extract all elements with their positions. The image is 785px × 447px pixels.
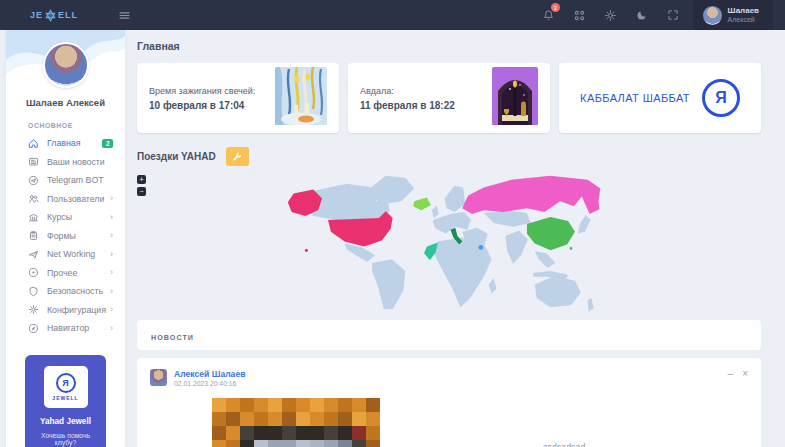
map-australia	[535, 276, 581, 307]
candle-card-label: Время зажигания свечей:	[149, 86, 255, 96]
sidebar-item-glavnaya[interactable]: Главная2	[6, 134, 125, 153]
main-content: Главная Время зажигания свечей: 10 февра…	[137, 30, 761, 447]
sidebar-item-konfiguratsiya[interactable]: Конфигурация›	[6, 301, 125, 320]
sidebar-item-label: Ваши новости	[47, 157, 105, 167]
post-date: 02.01.2023 20:40:16	[174, 380, 245, 388]
map-china[interactable]	[527, 217, 575, 250]
users-icon	[28, 193, 39, 204]
sidebar-item-label: Прочее	[47, 268, 77, 278]
forms-icon	[28, 230, 39, 241]
map-central-asia	[484, 210, 531, 227]
sidebar-item-formy[interactable]: Формы›	[6, 227, 125, 246]
notification-count-badge: 3	[551, 3, 560, 12]
jewell-logo-symbol: Я	[56, 373, 76, 393]
profile-avatar[interactable]	[43, 42, 89, 88]
jewell-logo-text: JEWELL	[52, 395, 78, 401]
misc-icon	[28, 267, 39, 278]
map-mexico	[345, 243, 375, 262]
chevron-right-icon: ›	[110, 194, 113, 203]
sidebar-item-bezopasnost[interactable]: Безопасность›	[6, 282, 125, 301]
home-icon	[28, 138, 39, 149]
sidebar-item-vashi-novosti[interactable]: Ваши новости	[6, 153, 125, 172]
chevron-right-icon: ›	[110, 305, 113, 314]
logo-text-left: JE	[30, 10, 43, 20]
promo-subtitle: Хочешь помочь клубу?	[31, 432, 100, 446]
topbar: JE ELL 3	[0, 0, 785, 30]
trips-edit-button[interactable]	[226, 147, 249, 166]
candle-lighting-image	[275, 67, 327, 129]
chevron-right-icon: ›	[110, 268, 113, 277]
havdalah-card-label: Авдала:	[360, 86, 455, 96]
telegram-icon	[28, 175, 39, 186]
sidebar-item-label: Net Working	[47, 249, 95, 259]
settings-gear-icon[interactable]	[600, 0, 622, 30]
map-iceland[interactable]	[413, 197, 431, 210]
apps-grid-icon[interactable]	[569, 0, 591, 30]
news-section-header: НОВОСТИ	[137, 320, 761, 350]
candle-card-value: 10 февраля в 17:04	[149, 100, 255, 111]
map-madagascar	[489, 278, 497, 294]
app-logo[interactable]: JE ELL	[0, 9, 108, 22]
map-greenland	[372, 176, 414, 204]
map-hawaii[interactable]	[305, 249, 308, 252]
news-section-title: НОВОСТИ	[151, 333, 194, 342]
sidebar-item-badge: 2	[102, 139, 113, 148]
fullscreen-icon[interactable]	[662, 0, 684, 30]
chevron-right-icon: ›	[110, 213, 113, 222]
post-author-avatar	[150, 369, 167, 386]
world-map[interactable]: + −	[137, 169, 761, 316]
user-last-name: Шалаев	[728, 6, 759, 15]
user-menu[interactable]: Шалаев Алексей	[693, 0, 773, 30]
promo-card[interactable]: Я JEWELL Yahad Jewell Хочешь помочь клуб…	[25, 355, 106, 447]
news-post-card: Алексей Шалаев 02.01.2023 20:40:16 – × a…	[137, 358, 761, 447]
notifications-bell-icon[interactable]: 3	[538, 0, 560, 30]
sidebar: Шалаев Алексей ОСНОВНОЕ Главная2Ваши нов…	[6, 30, 125, 447]
sidebar-menu: Главная2Ваши новостиTelegram BOTПользова…	[6, 134, 125, 338]
shield-icon	[28, 286, 39, 297]
sidebar-item-prochee[interactable]: Прочее›	[6, 264, 125, 283]
sidebar-item-label: Telegram BOT	[47, 175, 104, 185]
shabbat-card-title: КАББАЛАТ ШАББАТ	[580, 92, 690, 104]
post-close-icon[interactable]: ×	[742, 369, 748, 379]
news-post-text: asdsadsad	[380, 398, 748, 447]
sidebar-item-label: Формы	[47, 231, 76, 241]
send-icon	[28, 249, 39, 260]
havdalah-image	[492, 67, 538, 129]
sidebar-item-kursy[interactable]: Курсы›	[6, 208, 125, 227]
wrench-icon	[232, 152, 242, 162]
sidebar-item-label: Курсы	[47, 212, 72, 222]
havdalah-card-value: 11 февраля в 18:22	[360, 100, 455, 111]
dark-mode-moon-icon[interactable]	[631, 0, 653, 30]
sidebar-item-label: Навигатор	[47, 323, 89, 333]
sidebar-item-label: Безопасность	[47, 286, 103, 296]
map-india	[505, 231, 528, 264]
post-minimize-icon[interactable]: –	[728, 369, 734, 379]
chevron-right-icon: ›	[110, 231, 113, 240]
sidebar-item-polzovateli[interactable]: Пользователи›	[6, 190, 125, 209]
profile-name: Шалаев Алексей	[6, 97, 125, 108]
user-avatar	[703, 6, 722, 25]
page-title: Главная	[137, 40, 761, 52]
compass-icon	[28, 323, 39, 334]
sidebar-item-telegram-bot[interactable]: Telegram BOT	[6, 171, 125, 190]
map-zoom-in-button[interactable]: +	[137, 175, 146, 184]
map-morocco[interactable]	[424, 243, 438, 261]
menu-toggle-icon[interactable]	[118, 9, 131, 22]
map-new-zealand	[588, 298, 594, 312]
map-gulf-state[interactable]	[478, 245, 483, 250]
post-author-name[interactable]: Алексей Шалаев	[174, 369, 245, 380]
news-post-image	[212, 398, 380, 447]
sidebar-item-label: Пользователи	[47, 194, 104, 204]
menu-section-title: ОСНОВНОЕ	[28, 122, 125, 129]
map-zoom-out-button[interactable]: −	[137, 187, 146, 196]
shabbat-logo-icon: Я	[702, 79, 740, 117]
courses-icon	[28, 212, 39, 223]
chevron-right-icon: ›	[110, 287, 113, 296]
sidebar-item-net-working[interactable]: Net Working›	[6, 245, 125, 264]
candle-lighting-card: Время зажигания свечей: 10 февраля в 17:…	[137, 63, 339, 133]
news-icon	[28, 156, 39, 167]
kabbalat-shabbat-card: КАББАЛАТ ШАББАТ Я	[559, 63, 761, 133]
map-russia[interactable]	[462, 176, 600, 214]
map-taiwan[interactable]	[570, 247, 573, 250]
sidebar-item-navigator[interactable]: Навигатор›	[6, 319, 125, 338]
